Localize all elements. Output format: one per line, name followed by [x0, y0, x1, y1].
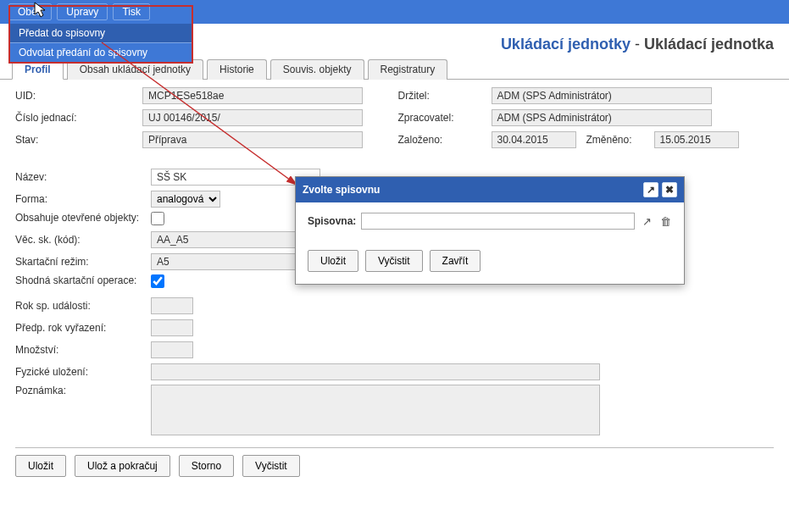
page-title-rest: Ukládací jednotka: [644, 36, 774, 53]
value-zmeneno: 15.05.2015: [654, 131, 739, 148]
label-vecsk: Věc. sk. (kód):: [15, 234, 151, 246]
dialog-titlebar[interactable]: Zvolte spisovnu ↗ ✖: [296, 177, 684, 202]
close-icon[interactable]: ✖: [662, 182, 677, 197]
dialog-button-bar: Uložit Vyčistit Zavřít: [296, 250, 684, 284]
checkbox-shodna[interactable]: [151, 274, 164, 288]
lookup-icon[interactable]: ↗: [640, 214, 653, 228]
textarea-poznamka[interactable]: [151, 385, 600, 435]
label-mnozstvi: Množství:: [15, 344, 151, 356]
dialog-clear-button[interactable]: Vyčistit: [365, 250, 423, 272]
input-spisovna[interactable]: [361, 213, 635, 230]
dialog-save-button[interactable]: Uložit: [308, 250, 358, 272]
tab-souvis[interactable]: Souvis. objekty: [270, 59, 364, 80]
value-stav: Příprava: [142, 131, 363, 148]
page-title-accent: Ukládací jednotky: [501, 36, 631, 53]
label-fyz: Fyzické uložení:: [15, 366, 151, 378]
value-uid: MCP1ESe518ae: [142, 87, 363, 104]
cancel-button[interactable]: Storno: [179, 455, 234, 477]
select-forma[interactable]: analogová: [151, 191, 220, 208]
menubar: Oběh Úpravy Tisk: [0, 0, 789, 24]
label-uid: UID:: [15, 90, 142, 102]
menu-upravy[interactable]: Úpravy: [57, 3, 108, 20]
label-shodna: Shodná skartační operace:: [15, 274, 151, 286]
save-continue-button[interactable]: Ulož a pokračuj: [75, 455, 170, 477]
label-zpracovatel: Zpracovatel:: [398, 112, 492, 124]
label-obsahuje: Obsahuje otevřené objekty:: [15, 212, 151, 224]
input-predp[interactable]: [151, 319, 193, 336]
dialog-body: Spisovna: ↗ 🗑: [296, 202, 684, 250]
label-nazev: Název:: [15, 171, 151, 183]
dialog-zvolte-spisovnu: Zvolte spisovnu ↗ ✖ Spisovna: ↗ 🗑 Uložit…: [295, 176, 685, 285]
value-drzitel: ADM (SPS Administrátor): [492, 87, 712, 104]
dialog-title: Zvolte spisovnu: [303, 184, 380, 196]
separator: [15, 447, 774, 448]
label-drzitel: Držitel:: [398, 90, 492, 102]
tab-historie[interactable]: Historie: [207, 59, 267, 80]
label-poznamka: Poznámka:: [15, 385, 151, 396]
label-forma: Forma:: [15, 193, 151, 205]
dialog-close-button[interactable]: Zavřít: [430, 250, 481, 272]
input-mnozstvi[interactable]: [151, 341, 193, 358]
popout-icon[interactable]: ↗: [643, 182, 658, 197]
trash-icon[interactable]: 🗑: [658, 214, 672, 228]
value-zpracovatel: ADM (SPS Administrátor): [492, 109, 712, 126]
clear-button[interactable]: Vyčistit: [242, 455, 300, 477]
label-zmeneno: Změněno:: [586, 134, 654, 146]
label-skart: Skartační režim:: [15, 256, 151, 268]
checkbox-obsahuje[interactable]: [151, 212, 164, 225]
menu-obeh[interactable]: Oběh: [8, 3, 52, 20]
menu-tisk[interactable]: Tisk: [113, 3, 150, 20]
menu-item-predat-do-spisovny[interactable]: Předat do spisovny: [10, 24, 192, 42]
label-roksp: Rok sp. události:: [15, 300, 151, 312]
input-roksp[interactable]: [151, 297, 193, 314]
input-fyzicke-ulozeni[interactable]: [151, 363, 600, 380]
tab-registratury[interactable]: Registratury: [368, 59, 448, 80]
menu-obeh-dropdown: Předat do spisovny Odvolat předání do sp…: [8, 24, 193, 64]
label-stav: Stav:: [15, 134, 142, 146]
label-zalozeno: Založeno:: [398, 134, 492, 146]
menu-item-odvolat-predani[interactable]: Odvolat předání do spisovny: [10, 42, 192, 62]
value-zalozeno: 30.04.2015: [492, 131, 576, 148]
label-predp: Předp. rok vyřazení:: [15, 322, 151, 334]
label-cj: Číslo jednací:: [15, 112, 142, 124]
bottom-button-bar: Uložit Ulož a pokračuj Storno Vyčistit: [0, 455, 789, 477]
save-button[interactable]: Uložit: [15, 455, 66, 477]
value-cj: UJ 00146/2015/: [142, 109, 363, 126]
label-spisovna: Spisovna:: [308, 215, 356, 227]
